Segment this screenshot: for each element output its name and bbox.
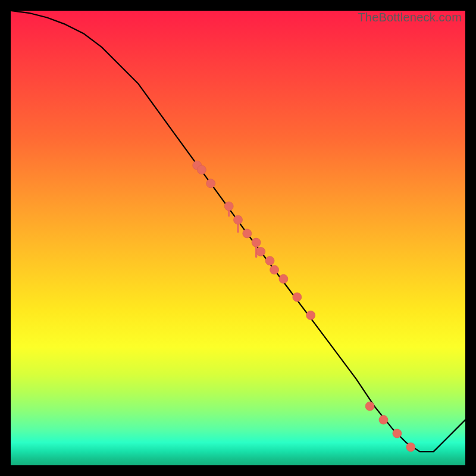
data-point (293, 293, 302, 302)
data-point (265, 256, 274, 265)
data-point (224, 202, 233, 211)
data-point (243, 229, 252, 238)
chart-frame: TheBottleneck.com (0, 0, 476, 476)
data-point (197, 165, 206, 174)
data-point (270, 265, 279, 274)
plot-area: TheBottleneck.com (11, 11, 465, 465)
data-point (393, 429, 402, 438)
data-point (206, 179, 215, 188)
data-point (252, 238, 261, 247)
data-point (279, 274, 288, 283)
chart-overlay (11, 11, 465, 465)
dots (193, 161, 415, 452)
data-point (306, 311, 315, 320)
data-point (234, 215, 243, 224)
data-point (256, 247, 265, 256)
data-point (379, 415, 388, 424)
data-point (406, 443, 415, 452)
data-point (365, 402, 374, 411)
